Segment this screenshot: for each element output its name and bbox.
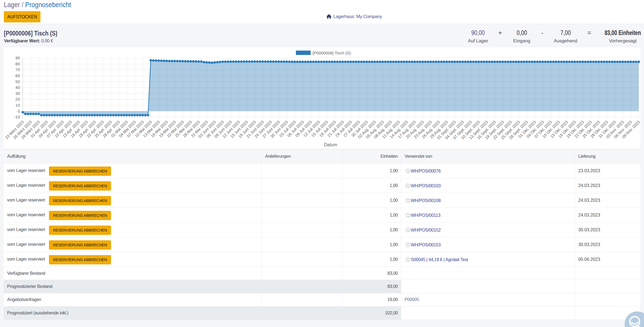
svg-text:90: 90 bbox=[15, 56, 20, 60]
svg-text:80: 80 bbox=[15, 62, 20, 66]
svg-text:10: 10 bbox=[15, 103, 20, 107]
svg-text:[P0000006] Tisch (S): [P0000006] Tisch (S) bbox=[313, 51, 351, 55]
svg-text:40: 40 bbox=[15, 85, 20, 90]
svg-text:30: 30 bbox=[15, 91, 20, 96]
svg-text:20: 20 bbox=[15, 97, 20, 101]
svg-text:-10: -10 bbox=[14, 115, 20, 119]
svg-text:Datum: Datum bbox=[324, 142, 337, 147]
svg-text:50: 50 bbox=[15, 79, 20, 84]
svg-text:0: 0 bbox=[18, 109, 20, 113]
svg-text:70: 70 bbox=[15, 67, 20, 72]
svg-text:60: 60 bbox=[15, 73, 20, 78]
